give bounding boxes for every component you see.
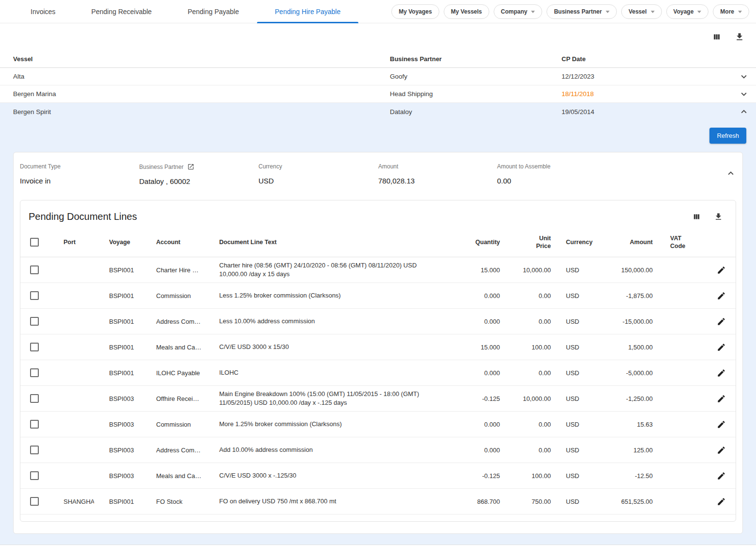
filter-more[interactable]: More	[713, 4, 749, 19]
cp-date: 12/12/2023	[562, 73, 731, 80]
pending-line-row: BSPI003 Offhire Recei… Main Engine Break…	[20, 386, 736, 412]
filter-label: Business Partner	[554, 8, 602, 15]
edit-icon[interactable]	[717, 471, 726, 481]
vessel-row-alta[interactable]: Alta Goofy 12/12/2023	[0, 68, 756, 85]
download-icon[interactable]	[735, 32, 744, 42]
chevron-down-icon	[531, 11, 535, 13]
unit-price-cell: 10,000.00	[500, 395, 551, 402]
account-cell: Offhire Recei…	[141, 395, 204, 402]
pending-lines-title: Pending Document Lines	[29, 211, 137, 222]
tab-invoices[interactable]: Invoices	[13, 0, 73, 23]
amount-cell: 125.00	[604, 447, 668, 454]
quantity-cell: 0.000	[432, 421, 500, 428]
row-checkbox[interactable]	[30, 497, 39, 506]
account-cell: ILOHC Payable	[141, 369, 204, 377]
field-business-partner: Business Partner Dataloy , 60002	[139, 163, 258, 185]
chevron-down-icon	[697, 11, 701, 13]
quantity-cell: -0.125	[432, 472, 500, 480]
edit-icon[interactable]	[717, 420, 726, 429]
tab-pending-payable[interactable]: Pending Payable	[170, 0, 257, 23]
quantity-cell: 15.000	[432, 266, 500, 274]
filter-my-voyages[interactable]: My Voyages	[391, 4, 439, 19]
row-checkbox[interactable]	[30, 420, 39, 429]
vessel-name: Alta	[13, 73, 390, 80]
unit-price-cell: 10,000.00	[500, 266, 551, 274]
vessel-row-dataloy-arrow[interactable]: Dataloy Arrow Frontline 08/04/2013	[0, 545, 756, 547]
business-partner-name: Goofy	[390, 73, 562, 80]
account-cell: FO Stock	[141, 498, 204, 505]
filter-bar: My Voyages My Vessels Company Business P…	[391, 0, 749, 23]
voyage-cell: BSPI001	[94, 369, 141, 377]
filter-business-partner[interactable]: Business Partner	[547, 4, 617, 19]
row-checkbox[interactable]	[30, 471, 39, 480]
quantity-cell: 15.000	[432, 344, 500, 351]
edit-icon[interactable]	[717, 446, 726, 455]
open-in-new-icon[interactable]	[187, 163, 194, 170]
edit-icon[interactable]	[717, 394, 726, 403]
vessel-name: Bergen Spirit	[13, 108, 390, 116]
quantity-cell: 0.000	[432, 292, 500, 299]
field-amount-to-assemble: Amount to Assemble 0.00	[497, 163, 722, 185]
edit-icon[interactable]	[717, 497, 726, 506]
chevron-down-icon[interactable]	[739, 89, 749, 99]
amount-cell: -15,000.00	[604, 318, 668, 325]
vessel-row-bergen-spirit[interactable]: Bergen Spirit Dataloy 19/05/2014	[0, 103, 756, 120]
columns-icon[interactable]	[712, 33, 721, 41]
amount-cell: -1,875.00	[604, 292, 668, 299]
voyage-cell: BSPI003	[94, 472, 141, 480]
field-label: Business Partner	[139, 164, 183, 170]
field-currency: Currency USD	[258, 163, 378, 185]
chevron-down-icon[interactable]	[739, 71, 749, 82]
row-checkbox[interactable]	[30, 317, 39, 326]
row-checkbox[interactable]	[30, 291, 39, 300]
filter-label: Company	[501, 8, 528, 15]
pending-line-row: SHANGHAI BSPI001 FO Stock FO on delivery…	[20, 489, 736, 514]
vessel-row-bergen-marina[interactable]: Bergen Marina Head Shipping 18/11/2018	[0, 85, 756, 103]
tab-pending-receivable[interactable]: Pending Receivable	[73, 0, 170, 23]
chevron-down-icon	[738, 11, 742, 13]
account-cell: Meals and Cab…	[141, 344, 204, 351]
tab-list: Invoices Pending Receivable Pending Paya…	[13, 0, 358, 23]
business-partner-name: Dataloy	[390, 108, 562, 116]
edit-icon[interactable]	[717, 265, 726, 275]
voyage-cell: BSPI003	[94, 395, 141, 402]
filter-company[interactable]: Company	[494, 4, 543, 19]
amount-cell: 15.63	[604, 421, 668, 428]
quantity-cell: 868.700	[432, 498, 500, 505]
edit-icon[interactable]	[717, 291, 726, 300]
account-cell: Commission	[141, 292, 204, 299]
account-cell: Commission	[141, 421, 204, 428]
currency-cell: USD	[551, 421, 604, 428]
pending-lines-table: Port Voyage Account Document Line Text Q…	[20, 227, 736, 514]
header-voyage: Voyage	[94, 239, 141, 246]
edit-icon[interactable]	[717, 317, 726, 326]
tab-pending-hire-payable[interactable]: Pending Hire Payable	[257, 0, 358, 23]
chevron-up-icon[interactable]	[739, 106, 749, 117]
currency-cell: USD	[551, 292, 604, 299]
field-label: Amount to Assemble	[497, 163, 550, 170]
currency-cell: USD	[551, 395, 604, 402]
select-all-checkbox[interactable]	[30, 238, 39, 247]
pending-line-row: BSPI001 Meals and Cab… C/V/E USD 3000 x …	[20, 334, 736, 360]
filter-voyage[interactable]: Voyage	[666, 4, 709, 19]
columns-icon[interactable]	[692, 213, 701, 221]
pending-line-row: BSPI003 Address Commi… Add 10.00% addres…	[20, 437, 736, 463]
port-cell: SHANGHAI	[48, 498, 94, 505]
row-checkbox[interactable]	[30, 394, 39, 403]
row-checkbox[interactable]	[30, 368, 39, 377]
pending-line-row: BSPI001 Address Commi… Less 10.00% addre…	[20, 309, 736, 334]
currency-cell: USD	[551, 498, 604, 505]
row-checkbox[interactable]	[30, 265, 39, 274]
unit-price-cell: 0.00	[500, 447, 551, 454]
collapse-document-icon[interactable]	[725, 168, 736, 179]
row-checkbox[interactable]	[30, 446, 39, 454]
download-icon[interactable]	[714, 212, 723, 221]
edit-icon[interactable]	[717, 343, 726, 352]
edit-icon[interactable]	[717, 368, 726, 378]
unit-price-cell: 0.00	[500, 369, 551, 377]
chevron-down-icon	[651, 11, 655, 13]
refresh-button[interactable]: Refresh	[709, 128, 746, 144]
filter-my-vessels[interactable]: My Vessels	[444, 4, 489, 19]
row-checkbox[interactable]	[30, 343, 39, 351]
filter-vessel[interactable]: Vessel	[621, 4, 661, 19]
